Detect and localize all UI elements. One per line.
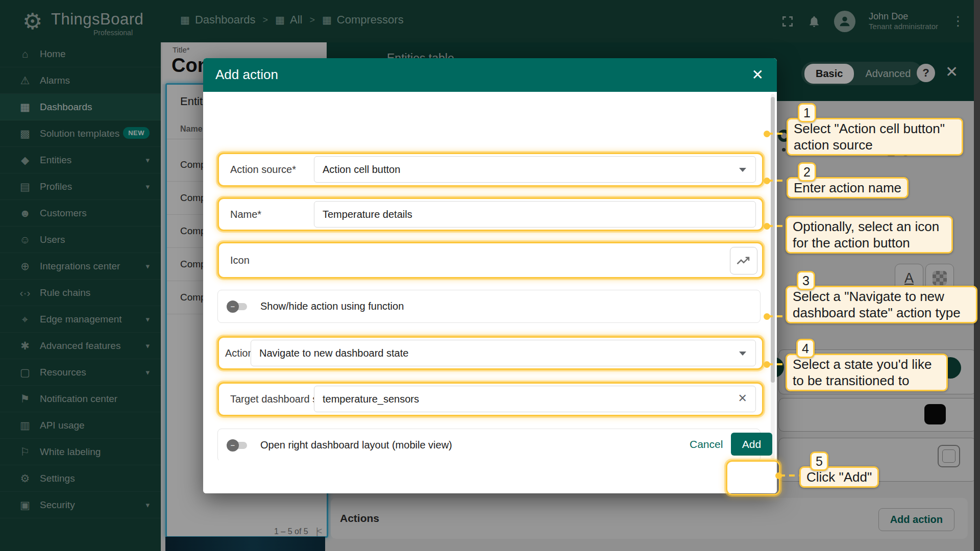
icon-label: Icon <box>230 255 250 266</box>
target-state-input[interactable]: temperature_sensors ✕ <box>314 386 756 412</box>
action-type-label: Action <box>225 347 254 359</box>
add-action-dialog: Add action ✕ Action source* Action cell … <box>203 58 777 493</box>
step-badge-4: 4 <box>796 339 815 358</box>
target-state-row: Target dashboard state* temperature_sens… <box>217 382 764 416</box>
clear-icon[interactable]: ✕ <box>738 392 747 405</box>
app-window: ⚙ ThingsBoard Professional ⌂Home ⚠Alarms… <box>0 0 980 551</box>
annotation-step-3: Select a "Navigate to new dashboard stat… <box>786 286 977 323</box>
dialog-scrollbar[interactable] <box>771 94 775 459</box>
action-type-row: Action Navigate to new dashboard state <box>217 336 764 370</box>
annotation-step-1: Select "Action cell button" action sourc… <box>787 118 963 156</box>
step-badge-1: 1 <box>798 103 816 122</box>
dialog-title: Add action <box>215 67 278 83</box>
annotation-step-4: Select a state you'd like to be transiti… <box>786 354 948 391</box>
close-icon[interactable]: ✕ <box>752 66 764 83</box>
connector-line <box>779 474 800 477</box>
name-row: Name* Temperature details <box>217 197 764 231</box>
connector-line <box>767 363 787 365</box>
connector-line <box>767 225 787 227</box>
show-hide-label: Show/hide action using function <box>260 300 404 312</box>
action-source-select[interactable]: Action cell button <box>314 156 756 183</box>
show-hide-row: − Show/hide action using function <box>217 290 761 323</box>
icon-picker-button[interactable] <box>730 247 757 274</box>
annotation-icon-hint: Optionally, select an icon for the actio… <box>786 216 953 254</box>
trending-up-icon <box>736 253 751 268</box>
toggle-off-icon: − <box>227 439 239 452</box>
dialog-footer: Cancel Add <box>203 460 777 493</box>
connector-line <box>767 133 788 135</box>
step-badge-3: 3 <box>797 271 815 290</box>
action-type-select[interactable]: Navigate to new dashboard state <box>251 340 756 366</box>
cancel-button[interactable]: Cancel <box>687 438 726 451</box>
dialog-header: Add action ✕ <box>203 58 777 92</box>
dropdown-arrow-icon <box>739 168 746 172</box>
connector-line <box>767 180 788 182</box>
action-source-label: Action source* <box>230 164 296 176</box>
dropdown-arrow-icon <box>739 352 746 356</box>
dialog-body: Action source* Action cell button Name* … <box>203 92 777 460</box>
name-label: Name* <box>230 209 261 220</box>
icon-row: Icon <box>217 242 764 279</box>
add-button[interactable]: Add <box>731 433 772 456</box>
name-input[interactable]: Temperature details <box>314 201 756 228</box>
open-right-layout-label: Open right dashboard layout (mobile view… <box>260 439 452 451</box>
connector-line <box>767 315 787 317</box>
open-right-layout-toggle[interactable]: − <box>227 439 249 452</box>
show-hide-toggle[interactable]: − <box>227 300 249 313</box>
step-badge-5: 5 <box>810 452 828 471</box>
step-badge-2: 2 <box>798 162 816 182</box>
action-source-row: Action source* Action cell button <box>217 153 764 187</box>
open-right-layout-row: − Open right dashboard layout (mobile vi… <box>217 429 761 460</box>
toggle-off-icon: − <box>227 300 239 313</box>
